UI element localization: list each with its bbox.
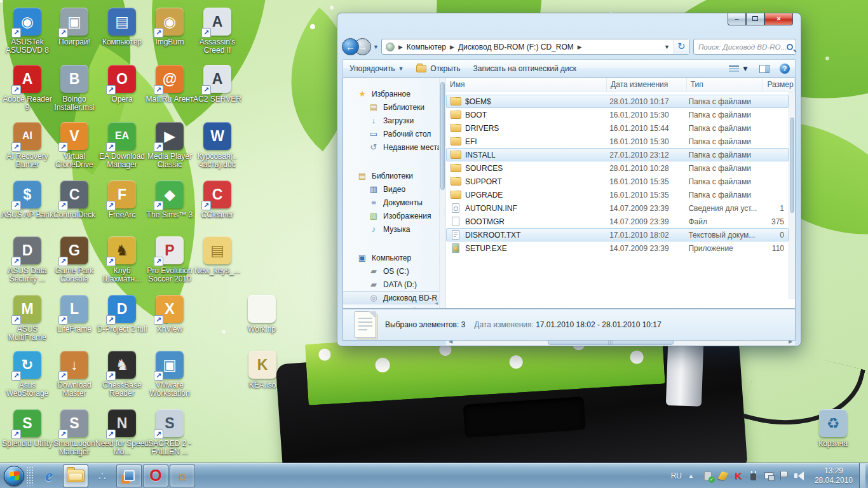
desktop-icon-kursovaya-doc[interactable]: W ↗ Курсовая(.. часть).doc [190, 122, 245, 169]
taskbar-windows-explorer[interactable] [63, 464, 88, 487]
file-row[interactable]: BOOTMGR 14.07.2009 23:39 Файл 375 [446, 215, 789, 228]
desktop-icon-assassins-creed-2[interactable]: A ↗ Assassin's Creed II [190, 8, 245, 55]
breadcrumb-computer[interactable]: Компьютер [407, 43, 446, 51]
taskbar-taskbar-grip[interactable] [24, 466, 36, 485]
help-button[interactable]: ? [775, 60, 795, 78]
desktop-icon-poigraj[interactable]: ▣ ↗ Поиграй! [47, 8, 102, 46]
desktop-icon-mailru-agent[interactable]: @ ↗ Mail.Ru Агент [142, 65, 197, 104]
burn-button[interactable]: Записать на оптический диск [466, 60, 583, 78]
sidebar-item-music[interactable]: ♪ Музыка [343, 222, 445, 236]
close-button[interactable]: × [764, 13, 793, 25]
tray-net-icon[interactable] [763, 470, 775, 482]
sidebar-item-drive-c[interactable]: ▰ OS (C:) [343, 264, 445, 278]
desktop-icon-kea-iso[interactable]: K ↗ KEA.iso [235, 351, 290, 390]
sidebar-item-removable-disk[interactable]: ▱ Съемный диск ▾ [343, 304, 445, 308]
sidebar-scrollbar-thumb[interactable] [440, 82, 445, 190]
desktop-icon-opera[interactable]: O ↗ Opera [95, 65, 149, 104]
desktop-icon-d-project-2-full[interactable]: D ↗ D-Project 2 full [95, 295, 149, 334]
desktop-icon-chessbase-reader[interactable]: ♞ ↗ ChessBase Reader [95, 351, 149, 398]
file-row[interactable]: SUPPORT 16.01.2010 15:35 Папка с файлами [446, 175, 789, 188]
desktop-icon-new-keys[interactable]: ▤ ↗ New_keys_... [190, 236, 245, 275]
column-header-date[interactable]: Дата изменения [607, 78, 687, 92]
desktop-icon-xnview[interactable]: X ↗ XnView [142, 295, 197, 334]
desktop-icon-boingo-installer[interactable]: B ↗ Boingo Installer.msi [47, 65, 102, 112]
desktop-icon-work-flp[interactable]: ↗ Work.flp [234, 295, 289, 334]
file-list-scrollbar-thumb[interactable] [790, 118, 794, 213]
tray-flag-icon[interactable] [778, 470, 790, 482]
desktop-icon-recycle-bin[interactable]: ♻ ↗ Корзина [806, 409, 860, 448]
sidebar-item-video[interactable]: ▥ Видео [343, 182, 445, 196]
desktop-icon-klub-shahmatny[interactable]: ♞ ↗ Клуб Шахматн... [95, 236, 149, 283]
file-row[interactable]: DRIVERS 16.01.2010 15:44 Папка с файлами [446, 121, 789, 135]
column-header-type[interactable]: Тип [687, 78, 764, 92]
sidebar-item-recent-places[interactable]: ↺ Недавние места [343, 140, 445, 154]
organize-button[interactable]: Упорядочить ▼ [343, 60, 410, 78]
tray-kasp-icon[interactable]: K [733, 470, 744, 482]
taskbar-footprints-app[interactable]: ∴ [90, 464, 115, 487]
desktop-icon-ccleaner[interactable]: C ↗ CCleaner [190, 180, 245, 219]
sidebar-group-computer[interactable]: ▣ Компьютер [343, 251, 445, 264]
desktop-icon-freearc[interactable]: F ↗ FreeArc [95, 180, 149, 219]
taskbar-start-button[interactable] [0, 466, 24, 486]
sidebar-item-pictures[interactable]: ▧ Изображения [343, 209, 445, 222]
desktop-icon-the-sims-3[interactable]: ◆ ↗ The Sims™ 3 [142, 180, 197, 219]
desktop-icon-lifeframe[interactable]: L ↗ LifeFrame [47, 295, 102, 334]
sidebar-item-downloads[interactable]: ↓ Загрузки [343, 114, 445, 127]
desktop-icon-ea-download-manager[interactable]: EA ↗ EA Download Manager [95, 122, 149, 169]
desktop-icon-pes-2010[interactable]: P ↗ Pro Evolution Soccer 2010 [142, 236, 197, 283]
back-button[interactable]: ← [342, 38, 359, 55]
file-row[interactable]: BOOT 16.01.2010 15:30 Папка с файлами [446, 108, 789, 121]
desktop-icon-virtual-clonedrive[interactable]: V ↗ Virtual CloneDrive [47, 122, 102, 169]
taskbar-internet-explorer[interactable]: e [36, 464, 62, 487]
sidebar-scroll-arrow[interactable]: ◂ [435, 300, 438, 306]
language-indicator[interactable]: RU [671, 471, 682, 480]
search-icon[interactable] [787, 44, 793, 50]
tray-vol-icon[interactable] [794, 470, 805, 482]
sidebar-group-favorites[interactable]: ★ Избранное [343, 87, 445, 100]
column-header-name[interactable]: Имя [446, 78, 607, 92]
file-row[interactable]: AUTORUN.INF 14.07.2009 23:39 Сведения дл… [446, 201, 789, 215]
file-list-scrollbar[interactable] [789, 92, 795, 299]
sidebar-scrollbar[interactable]: ≡ [439, 78, 445, 308]
taskbar-opera-browser[interactable]: O [143, 464, 168, 487]
desktop-icon-controldeck[interactable]: C ↗ ControlDeck [47, 180, 102, 219]
desktop-icon-ac2-server[interactable]: A ↗ AC2 SERVER [190, 65, 245, 104]
minimize-button[interactable]: – [728, 13, 746, 25]
desktop-icon-imgburn[interactable]: ◉ ↗ ImgBurn [142, 8, 197, 46]
preview-pane-button[interactable] [754, 60, 775, 78]
sidebar-item-drive-d[interactable]: ▰ DATA (D:) [343, 278, 445, 291]
file-row[interactable]: DISKROOT.TXT 17.01.2010 18:02 Текстовый … [446, 228, 789, 241]
maximize-button[interactable] [746, 13, 764, 25]
tray-usb-icon[interactable] [702, 470, 714, 482]
show-hidden-icons-button[interactable]: ▲ [688, 473, 694, 479]
desktop-icon-vmware-workstation[interactable]: ▣ ↗ VMware Workstation [142, 351, 197, 398]
address-bar[interactable]: ▶ Компьютер ▶ Дисковод BD-ROM (F:) CD_RO… [381, 39, 689, 55]
file-row[interactable]: EFI 16.01.2010 15:30 Папка с файлами [446, 135, 789, 148]
sidebar-item-bd-rom-drive[interactable]: ◎ Дисковод BD-R [343, 291, 445, 304]
taskbar-xnview-app[interactable]: ☼ [170, 464, 195, 487]
desktop-icon-sacred-2-fallen[interactable]: S ↗ SACRED 2 - FALLEN ... [142, 409, 197, 456]
file-row[interactable]: SETUP.EXE 14.07.2009 23:39 Приложение 11… [446, 241, 789, 255]
breadcrumb-bdrom[interactable]: Дисковод BD-ROM (F:) CD_ROM [458, 43, 574, 51]
address-dropdown-icon[interactable]: ▼ [660, 44, 674, 50]
desktop-icon-need-for-speed[interactable]: N ↗ Need for Speed Mo... [95, 409, 149, 456]
sidebar-item-libraries-link[interactable]: ▤ Библиотеки [343, 100, 445, 114]
desktop-icon-game-park-console[interactable]: G ↗ Game Park Console [47, 236, 102, 283]
desktop-icon-computer[interactable]: ▤ ↗ Компьютер [95, 8, 149, 46]
file-row[interactable]: $OEM$ 28.01.2010 10:17 Папка с файлами [446, 95, 789, 108]
sidebar-item-documents[interactable]: ≡ Документы [343, 196, 445, 209]
desktop-icon-media-player-classic[interactable]: ▶ ↗ Media Player Classic [142, 122, 197, 169]
column-header-size[interactable]: Размер [763, 78, 795, 92]
sidebar-group-libraries[interactable]: ▤ Библиотеки [343, 169, 445, 182]
file-row[interactable]: SOURCES 28.01.2010 10:28 Папка с файлами [446, 161, 789, 175]
file-row[interactable]: INSTALL 27.01.2010 23:12 Папка с файлами [446, 148, 789, 161]
history-dropdown-icon[interactable]: ▼ [373, 44, 379, 50]
taskbar-vmware-workstation[interactable] [116, 464, 142, 487]
search-box[interactable]: Поиск: Дисковод BD-RO... [693, 39, 796, 55]
tray-plug-icon[interactable] [748, 470, 759, 482]
start-orb[interactable] [4, 466, 24, 486]
clock[interactable]: 13:29 28.04.2010 [815, 466, 853, 485]
desktop-icon-download-master[interactable]: ↓ ↗ Download Master [47, 351, 102, 398]
file-row[interactable]: UPGRADE 16.01.2010 15:35 Папка с файлами [446, 188, 789, 201]
show-desktop-button[interactable] [859, 463, 865, 488]
